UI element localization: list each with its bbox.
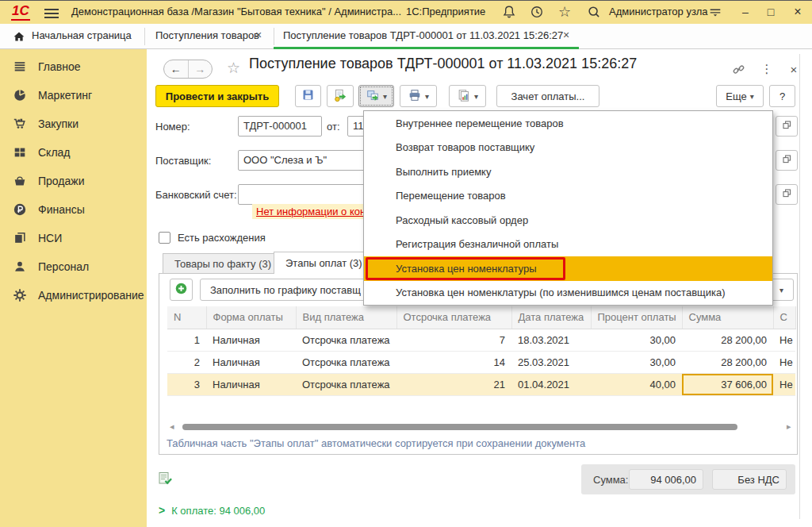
table-row[interactable]: 1 Наличная Отсрочка платежа 7 18.03.2021… [167, 329, 795, 351]
post-document-icon [333, 88, 347, 105]
print-button[interactable]: ▾ [400, 85, 437, 107]
menu-item-set-item-prices-changed[interactable]: Установка цен номенклатуры (по изменивши… [364, 281, 772, 306]
discrepancies-label: Есть расхождения [178, 232, 266, 244]
open-bank-account-button[interactable] [776, 184, 798, 205]
current-user[interactable]: Администратор узла [609, 6, 708, 17]
tab-receipt-doc[interactable]: Поступление товаров ТДРТ-000001 от 11.03… [283, 29, 563, 41]
selected-amount-cell[interactable]: 37 606,00 [682, 373, 773, 395]
payment-stages-table: N Форма оплаты Вид платежа Отсрочка плат… [167, 306, 796, 396]
service-menu-icon[interactable] [707, 3, 724, 21]
pie-chart-icon [13, 88, 27, 102]
sidebar-item-purchases[interactable]: Закупки [0, 110, 147, 138]
col-n[interactable]: N [167, 306, 206, 329]
app-title: Демонстрационная база /Магазин "Бытовая … [71, 6, 401, 17]
sidebar-item-sales[interactable]: Продажи [0, 167, 147, 195]
open-number-button[interactable] [776, 116, 798, 137]
menu-lines-icon [13, 60, 27, 74]
open-supplier-button[interactable] [776, 150, 798, 171]
basket-icon [13, 174, 27, 188]
menu-item-cashless-payment[interactable]: Регистрация безналичной оплаты [364, 233, 772, 257]
kebab-menu-icon[interactable]: ⋮ [758, 60, 776, 78]
post-document-button[interactable] [327, 85, 354, 107]
ruble-icon [13, 202, 27, 217]
sidebar-item-main[interactable]: Главное [0, 52, 147, 81]
tab-receipts-list[interactable]: Поступления товаров [155, 29, 259, 41]
date-label: от: [327, 121, 340, 133]
menu-item-return-to-supplier[interactable]: Возврат товаров поставщику [364, 136, 772, 160]
minimize-button[interactable]: – [736, 2, 755, 21]
more-button[interactable]: Еще ▾ [716, 85, 764, 107]
col-date[interactable]: Дата платежа [511, 306, 591, 329]
col-extra[interactable]: С [773, 306, 795, 329]
sidebar-item-finance[interactable]: Финансы [0, 195, 147, 224]
open-icon [781, 119, 793, 133]
payment-offset-button[interactable]: Зачет оплаты... [496, 85, 599, 107]
sections-sidebar: Главное Маркетинг Закупки Склад Продажи … [0, 49, 147, 527]
chevron-right-icon: > [159, 504, 165, 517]
plus-icon [174, 282, 188, 298]
chevron-down-icon: ▾ [779, 286, 783, 294]
reports-button[interactable]: ▾ [449, 85, 486, 107]
no-contact-info-link[interactable]: Нет информации о кон [252, 204, 370, 219]
col-payment-kind[interactable]: Вид платежа [296, 306, 396, 329]
menu-item-set-item-prices[interactable]: Установка цен номенклатуры [364, 256, 772, 281]
number-input[interactable]: ТДРТ-000001 [238, 116, 322, 137]
col-percent[interactable]: Процент оплаты [591, 306, 682, 329]
tab-home[interactable]: Начальная страница [32, 29, 132, 41]
close-tab-icon[interactable]: × [563, 29, 569, 41]
save-button[interactable] [295, 85, 321, 107]
document-title: Поступление товаров ТДРТ-000001 от 11.03… [249, 56, 637, 72]
sidebar-item-personnel[interactable]: Персонал [0, 252, 147, 281]
floppy-icon [301, 88, 315, 104]
post-and-close-button[interactable]: Провести и закрыть [155, 85, 279, 107]
sidebar-item-nsi[interactable]: НСИ [0, 224, 147, 252]
scroll-left-icon[interactable]: ◂ [170, 421, 174, 432]
favorite-star-icon[interactable]: ☆ [227, 59, 240, 77]
home-icon[interactable] [13, 30, 25, 45]
favorites-star-icon[interactable]: ☆ [556, 3, 573, 21]
chevron-down-icon: ▾ [474, 92, 478, 101]
sidebar-item-administration[interactable]: Администрирование [0, 281, 147, 310]
scroll-right-icon[interactable]: ▸ [787, 421, 791, 432]
menu-item-goods-transfer[interactable]: Перемещение товаров [364, 184, 772, 209]
col-amount[interactable]: Сумма [682, 306, 773, 329]
tab-payment-stages[interactable]: Этапы оплат (3) [274, 252, 374, 274]
close-window-button[interactable]: × [788, 2, 807, 21]
maximize-button[interactable]: □ [761, 2, 780, 21]
close-document-icon[interactable]: × [785, 60, 802, 78]
table-row-selected[interactable]: 3 Наличная Отсрочка платежа 21 01.04.202… [167, 373, 795, 395]
horizontal-scrollbar[interactable] [182, 424, 737, 430]
create-based-on-button[interactable]: ▾ [358, 85, 394, 107]
forward-arrow-icon[interactable]: → [189, 60, 213, 78]
sidebar-item-warehouse[interactable]: Склад [0, 138, 147, 167]
notifications-bell-icon[interactable] [500, 3, 518, 21]
copy-link-icon[interactable] [730, 60, 747, 78]
menu-item-cash-expense-order[interactable]: Расходный кассовый ордер [364, 208, 772, 233]
chevron-down-icon: ▾ [750, 92, 754, 101]
create-based-on-icon [366, 88, 380, 105]
discrepancies-checkbox[interactable] [159, 232, 170, 244]
supplier-label: Поставщик: [155, 155, 211, 167]
col-payment-form[interactable]: Форма оплаты [206, 306, 296, 329]
search-icon[interactable] [585, 3, 603, 21]
menu-item-perform-acceptance[interactable]: Выполнить приемку [364, 160, 772, 184]
chevron-down-icon: ▾ [425, 92, 429, 101]
person-icon [13, 260, 27, 274]
table-header-row: N Форма оплаты Вид платежа Отсрочка плат… [167, 306, 795, 329]
sidebar-item-marketing[interactable]: Маркетинг [0, 81, 147, 110]
help-button[interactable]: ? [769, 85, 795, 107]
auto-sort-note: Табличная часть "Этапы оплат" автоматиче… [167, 437, 585, 449]
add-row-button[interactable] [170, 279, 193, 301]
close-tab-icon[interactable]: × [255, 29, 262, 41]
main-menu-icon[interactable] [44, 6, 59, 17]
table-row[interactable]: 2 Наличная Отсрочка платежа 14 25.03.202… [167, 351, 795, 373]
to-pay-link[interactable]: > К оплате: 94 006,00 [159, 504, 265, 517]
history-icon[interactable] [528, 3, 546, 21]
back-arrow-icon[interactable]: ← [164, 60, 188, 78]
number-label: Номер: [155, 121, 190, 133]
menu-item-internal-transfer[interactable]: Внутреннее перемещение товаров [364, 111, 772, 136]
gear-icon [13, 288, 27, 302]
tab-goods-by-fact[interactable]: Товары по факту (3) [163, 253, 283, 274]
cart-icon [13, 117, 27, 131]
col-delay[interactable]: Отсрочка платежа [396, 306, 511, 329]
